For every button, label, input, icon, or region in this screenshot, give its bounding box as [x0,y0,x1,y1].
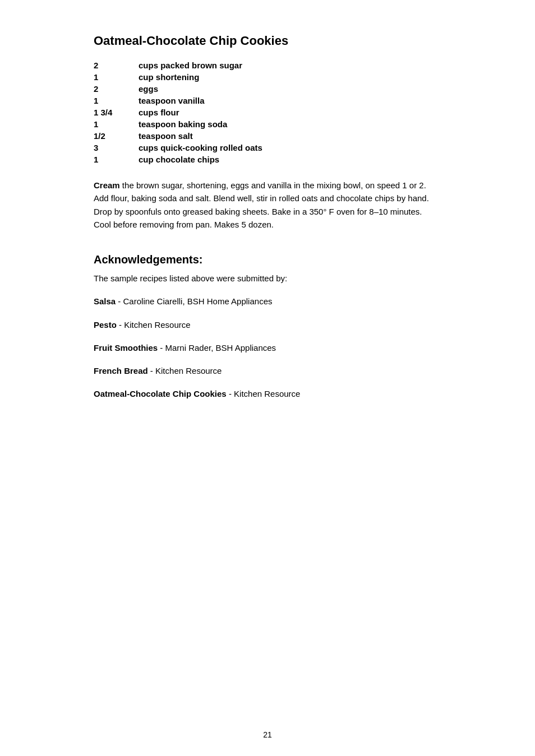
ingredient-row: 1 teaspoon vanilla [94,95,441,106]
ingredient-row: 1 cup shortening [94,71,441,83]
ingredients-table: 2 cups packed brown sugar 1 cup shorteni… [94,59,441,165]
instructions-bold-word: Cream [94,180,120,190]
instructions-text: the brown sugar, shortening, eggs and va… [94,180,429,229]
ingredient-qty: 3 [94,142,139,154]
ingredient-qty: 2 [94,83,139,95]
ingredient-qty: 1 [94,154,139,165]
ack-item-text: - Marni Rader, BSH Appliances [158,343,276,353]
ingredient-qty: 1/2 [94,130,139,142]
acknowledgements-intro: The sample recipes listed above were sub… [94,272,441,285]
ingredient-row: 1 cup chocolate chips [94,154,441,165]
acknowledgements-section: Acknowledgements: The sample recipes lis… [94,253,441,401]
ack-item-bold: Fruit Smoothies [94,343,158,353]
ingredient-qty: 1 [94,71,139,83]
ingredient-description: cup shortening [139,71,441,83]
ingredient-row: 2 cups packed brown sugar [94,59,441,71]
recipe-title: Oatmeal-Chocolate Chip Cookies [94,34,441,48]
page-number: 21 [263,730,272,739]
acknowledgements-title: Acknowledgements: [94,253,441,266]
ack-item-bold: Oatmeal-Chocolate Chip Cookies [94,389,227,398]
ack-item-bold: Pesto [94,320,117,330]
ingredient-description: teaspoon vanilla [139,95,441,106]
ingredient-description: eggs [139,83,441,95]
ack-item-text: - Kitchen Resource [227,389,301,398]
ingredient-row: 1/2 teaspoon salt [94,130,441,142]
ingredient-qty: 1 [94,118,139,130]
ingredient-qty: 1 [94,95,139,106]
ingredient-description: teaspoon baking soda [139,118,441,130]
ingredient-qty: 1 3/4 [94,106,139,118]
ack-item-text: - Kitchen Resource [117,320,191,330]
ingredient-row: 3 cups quick-cooking rolled oats [94,142,441,154]
acknowledgements-items: Salsa - Caroline Ciarelli, BSH Home Appl… [94,295,441,400]
ingredient-description: cups packed brown sugar [139,59,441,71]
acknowledgement-item: Pesto - Kitchen Resource [94,318,441,331]
ingredient-description: cups quick-cooking rolled oats [139,142,441,154]
acknowledgement-item: Salsa - Caroline Ciarelli, BSH Home Appl… [94,295,441,308]
ack-item-bold: Salsa [94,296,116,306]
ingredient-description: teaspoon salt [139,130,441,142]
ingredient-description: cups flour [139,106,441,118]
ack-item-bold: French Bread [94,366,148,375]
ingredient-row: 2 eggs [94,83,441,95]
ingredient-description: cup chocolate chips [139,154,441,165]
ack-item-text: - Kitchen Resource [148,366,222,375]
ingredient-row: 1 teaspoon baking soda [94,118,441,130]
page-container: Oatmeal-Chocolate Chip Cookies 2 cups pa… [94,0,441,756]
acknowledgement-item: Oatmeal-Chocolate Chip Cookies - Kitchen… [94,387,441,400]
acknowledgement-item: Fruit Smoothies - Marni Rader, BSH Appli… [94,341,441,354]
acknowledgement-item: French Bread - Kitchen Resource [94,364,441,377]
ingredient-qty: 2 [94,59,139,71]
ingredient-row: 1 3/4 cups flour [94,106,441,118]
instructions-paragraph: Cream the brown sugar, shortening, eggs … [94,179,441,231]
ack-item-text: - Caroline Ciarelli, BSH Home Appliances [116,296,272,306]
